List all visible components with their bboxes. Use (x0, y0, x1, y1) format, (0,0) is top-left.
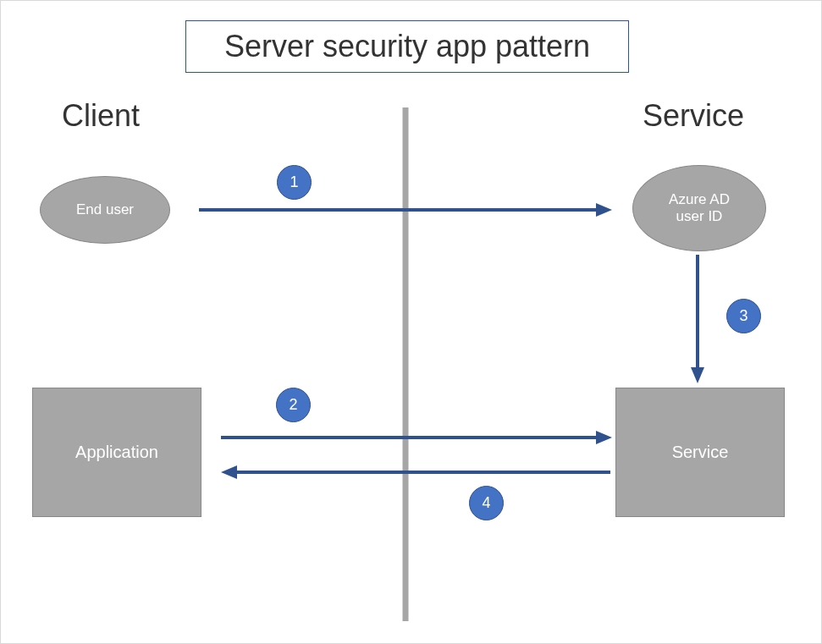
arrow-2-head (596, 431, 612, 444)
arrow-4-head (221, 465, 237, 479)
diagram-title: Server security app pattern (224, 29, 590, 64)
node-end-user-label: End user (76, 201, 134, 218)
node-azure-ad: Azure AD user ID (632, 165, 766, 251)
step-badge-1-label: 1 (290, 173, 298, 191)
step-badge-4-label: 4 (482, 494, 490, 512)
step-badge-2-label: 2 (289, 396, 297, 414)
step-badge-1: 1 (277, 165, 312, 200)
step-badge-4: 4 (469, 486, 504, 520)
heading-service: Service (643, 98, 744, 134)
node-service-label: Service (672, 443, 729, 462)
step-badge-3-label: 3 (739, 307, 748, 325)
heading-client: Client (62, 98, 140, 134)
diagram-canvas: Server security app pattern Client Servi… (0, 0, 822, 644)
step-badge-3: 3 (726, 299, 761, 333)
node-azure-ad-label: Azure AD user ID (669, 191, 730, 224)
arrows-overlay (1, 1, 822, 644)
arrow-3-head (691, 367, 704, 383)
step-badge-2: 2 (276, 388, 311, 422)
diagram-title-box: Server security app pattern (185, 20, 629, 73)
node-application-label: Application (75, 443, 158, 462)
arrow-1-head (596, 203, 612, 217)
node-application: Application (32, 388, 201, 517)
node-service: Service (615, 388, 785, 517)
node-end-user: End user (40, 176, 170, 244)
